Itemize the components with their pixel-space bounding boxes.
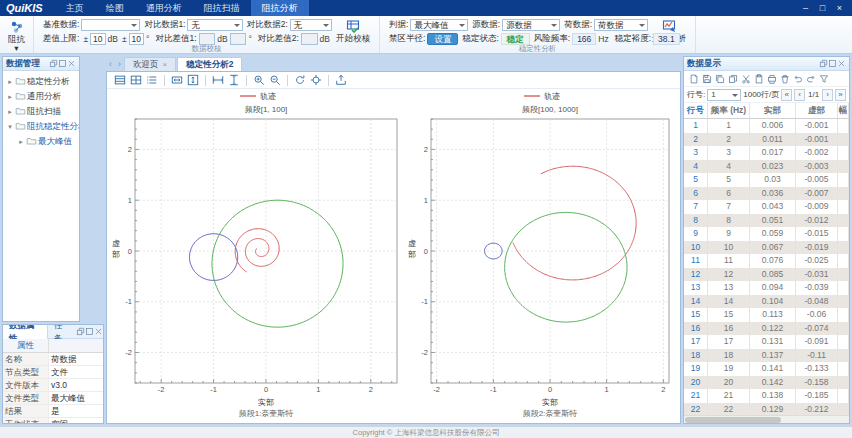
nyquist-plot-band1[interactable]: 轨迹频段[1, 100]-2-1012-2-1012实部频段1:奈奎斯特虚部 [109, 89, 405, 425]
close-icon[interactable] [837, 59, 846, 68]
column-header-4[interactable]: 虚部 [796, 103, 838, 118]
property-row[interactable]: 节点类型文件 [3, 366, 103, 379]
zoom-out-icon[interactable] [269, 74, 281, 86]
impedance-button[interactable]: 阻抗 ▾ [0, 16, 34, 53]
layout-single-icon[interactable] [114, 74, 126, 86]
expand-width-icon[interactable] [212, 74, 224, 86]
minimize-button[interactable]: – [797, 0, 814, 16]
caret-right-icon[interactable]: ▸ [6, 93, 14, 101]
last-page-button[interactable]: » [835, 89, 846, 101]
table-row[interactable]: 550.03-0.005 [684, 173, 849, 187]
load-data-select[interactable]: 荷数据 [594, 19, 648, 31]
caret-down-icon[interactable]: ▾ [6, 123, 14, 131]
expand-height-icon[interactable] [228, 74, 240, 86]
maximize-icon[interactable] [828, 59, 837, 68]
table-row[interactable]: 330.017-0.002 [684, 146, 849, 160]
column-header-2[interactable]: 频率 (Hz) [708, 103, 750, 118]
table-row[interactable]: 990.059-0.015 [684, 227, 849, 241]
table-row[interactable]: 10100.067-0.019 [684, 241, 849, 255]
tree-item-3[interactable]: ▸阻抗扫描 [3, 104, 79, 119]
float-icon[interactable] [819, 59, 828, 68]
base-data-select[interactable] [81, 19, 140, 31]
property-row[interactable]: 工作状态空闲 [3, 418, 103, 424]
cut-icon[interactable] [741, 74, 751, 84]
crosshair-icon[interactable] [310, 74, 322, 86]
menu-tab-4[interactable]: 阻抗扫描 [193, 0, 251, 16]
table-row[interactable]: 12120.085-0.031 [684, 268, 849, 282]
diff-deg-input[interactable]: 10 [129, 33, 144, 45]
zone-set-button[interactable]: 设置 [427, 33, 458, 45]
compare1-select[interactable]: 无 [187, 19, 242, 31]
compare-diff1-db-input[interactable] [199, 33, 216, 45]
table-row[interactable]: 14140.104-0.048 [684, 295, 849, 309]
property-row[interactable]: 文件类型最大峰值 [3, 392, 103, 405]
column-header-5[interactable]: 幅值 [838, 103, 849, 118]
tree-item-5[interactable]: ▸最大峰值 [3, 134, 79, 149]
source-data-select[interactable]: 源数据 [502, 19, 560, 31]
property-row[interactable]: 文件版本v3.0 [3, 379, 103, 392]
table-row[interactable]: 770.043-0.009 [684, 200, 849, 214]
table-row[interactable]: 11110.076-0.025 [684, 254, 849, 268]
prev-page-button[interactable]: ‹ [794, 89, 805, 101]
row-number-select[interactable]: 1 [707, 89, 741, 101]
diff-db-input[interactable]: 10 [90, 33, 105, 45]
compare2-select[interactable]: 无 [290, 19, 332, 31]
table-row[interactable]: 880.051-0.012 [684, 214, 849, 228]
chevron-left-icon[interactable]: ‹ [106, 57, 115, 71]
export-icon[interactable] [335, 74, 347, 86]
maximize-icon[interactable] [58, 59, 67, 68]
new-icon[interactable] [689, 74, 699, 84]
refresh-icon[interactable] [294, 74, 306, 86]
chevron-right-icon[interactable]: › [115, 57, 124, 71]
tree-item-1[interactable]: ▸稳定性分析 [3, 74, 79, 89]
table-row[interactable]: 21210.138-0.185 [684, 389, 849, 403]
table-row[interactable]: 18180.137-0.11 [684, 349, 849, 363]
float-icon[interactable] [76, 327, 85, 336]
menu-tab-5[interactable]: 阻抗分析 [251, 0, 309, 16]
next-page-button[interactable]: › [822, 89, 833, 101]
save-icon[interactable] [702, 74, 712, 84]
paste-icon[interactable] [754, 74, 764, 84]
property-row[interactable]: 名称荷数据 [3, 353, 103, 366]
menu-tab-2[interactable]: 绘图 [95, 0, 135, 16]
print-icon[interactable] [767, 74, 777, 84]
criterion-select[interactable]: 最大峰值 [410, 19, 468, 31]
table-row[interactable]: 440.023-0.003 [684, 160, 849, 174]
save-all-icon[interactable] [715, 74, 725, 84]
horizontal-scrollbar[interactable] [684, 415, 849, 423]
fit-vertical-icon[interactable] [187, 74, 199, 86]
table-row[interactable]: 660.036-0.007 [684, 187, 849, 201]
table-row[interactable]: 110.006-0.001 [684, 119, 849, 133]
caret-right-icon[interactable]: ▸ [6, 108, 14, 116]
close-tab-icon[interactable]: × [163, 59, 168, 70]
caret-right-icon[interactable]: ▸ [17, 138, 25, 146]
redo-icon[interactable] [806, 74, 816, 84]
close-button[interactable]: × [831, 0, 848, 16]
table-row[interactable]: 17170.131-0.091 [684, 335, 849, 349]
undo-icon[interactable] [793, 74, 803, 84]
close-icon[interactable] [94, 327, 103, 336]
maximize-icon[interactable] [85, 327, 94, 336]
filter-icon[interactable] [819, 74, 829, 84]
fit-horizontal-icon[interactable] [171, 74, 183, 86]
scrollbar-thumb[interactable] [685, 417, 781, 423]
zoom-in-icon[interactable] [253, 74, 265, 86]
layout-split-icon[interactable] [130, 74, 142, 86]
compare-diff1-deg-input[interactable] [230, 33, 247, 45]
table-row[interactable]: 19190.141-0.133 [684, 362, 849, 376]
tab-stability-analysis-2[interactable]: 稳定性分析2 [177, 57, 242, 71]
table-row[interactable]: 15150.113-0.06 [684, 308, 849, 322]
nyquist-plot-band2[interactable]: 轨迹频段[100, 1000]-2-1012-2-1012实部频段2:奈奎斯特虚… [405, 89, 677, 425]
start-check-button[interactable]: 开始校核 [332, 18, 374, 45]
table-row[interactable]: 220.011-0.001 [684, 133, 849, 147]
table-row[interactable]: 22220.129-0.212 [684, 403, 849, 416]
table-row[interactable]: 16160.122-0.074 [684, 322, 849, 336]
maximize-button[interactable]: □ [814, 0, 831, 16]
tab-welcome[interactable]: 欢迎页 × [124, 57, 176, 71]
tree-item-2[interactable]: ▸通用分析 [3, 89, 79, 104]
table-row[interactable]: 13130.094-0.039 [684, 281, 849, 295]
menu-tab-1[interactable]: 主页 [55, 0, 95, 16]
table-row[interactable]: 20200.142-0.158 [684, 376, 849, 390]
property-row[interactable]: 结果是 [3, 405, 103, 418]
column-header-3[interactable]: 实部 [750, 103, 796, 118]
